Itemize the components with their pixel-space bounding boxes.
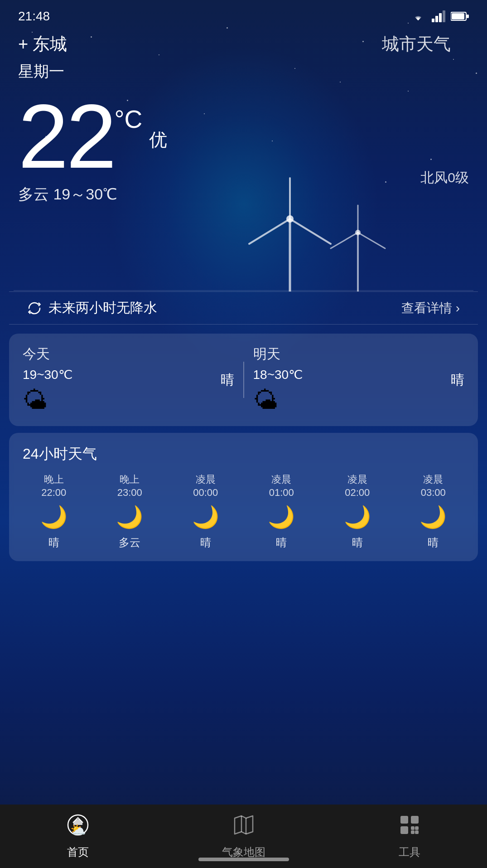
- home-icon: ⛅: [67, 814, 89, 841]
- svg-text:⛅: ⛅: [70, 822, 86, 836]
- nav-tools[interactable]: 工具: [385, 809, 434, 864]
- hourly-item-1: 晚上23:00 🌙 多云: [92, 473, 168, 550]
- hourly-icon-5: 🌙: [419, 504, 447, 530]
- status-bar: 21:48: [0, 0, 487, 28]
- nav-map-label: 气象地图: [222, 845, 265, 859]
- temperature-unit: °C: [114, 105, 142, 134]
- add-location-icon[interactable]: +: [18, 34, 28, 54]
- hourly-items: 晚上22:00 🌙 晴 晚上23:00 🌙 多云 凌晨00:00 🌙 晴 凌晨0…: [16, 473, 471, 550]
- hourly-period-5: 凌晨03:00: [421, 473, 446, 499]
- day-of-week: 星期一: [0, 56, 487, 82]
- svg-rect-1: [435, 16, 438, 22]
- hourly-icon-4: 🌙: [344, 504, 371, 530]
- tools-icon: [398, 814, 421, 841]
- svg-rect-6: [467, 15, 469, 18]
- page-title: 城市天气: [382, 33, 451, 56]
- tomorrow-temp: 18~30℃: [253, 367, 451, 382]
- svg-line-11: [249, 219, 290, 244]
- hourly-item-0: 晚上22:00 🌙 晴: [16, 473, 92, 550]
- hourly-item-2: 凌晨00:00 🌙 晴: [168, 473, 244, 550]
- hourly-icon-0: 🌙: [40, 504, 68, 530]
- hourly-period-1: 晚上23:00: [117, 473, 142, 499]
- precipitation-row: 未来两小时无降水 查看详情 ›: [9, 291, 478, 325]
- svg-rect-3: [443, 10, 445, 22]
- hourly-item-4: 凌晨02:00 🌙 晴: [319, 473, 395, 550]
- hourly-weather-5: 晴: [428, 535, 439, 550]
- tomorrow-label: 明天: [253, 345, 451, 364]
- hourly-weather-4: 晴: [352, 535, 363, 550]
- today-label: 今天: [23, 345, 221, 364]
- svg-rect-30: [415, 830, 419, 834]
- nav-home-label: 首页: [67, 845, 89, 859]
- hourly-forecast-card: 24小时天气 晚上22:00 🌙 晴 晚上23:00 🌙 多云 凌晨00:00 …: [9, 433, 478, 561]
- today-forecast: 今天 19~30℃ 🌤: [23, 345, 221, 415]
- time-display: 21:48: [18, 9, 50, 24]
- temperature-value: 22: [18, 91, 114, 182]
- svg-marker-21: [235, 816, 253, 834]
- tomorrow-forecast: 明天 18~30℃ 🌤: [253, 345, 451, 415]
- wind-turbines: [0, 174, 487, 291]
- svg-rect-28: [415, 826, 419, 830]
- hourly-title: 24小时天气: [16, 444, 471, 464]
- hourly-period-0: 晚上22:00: [41, 473, 66, 499]
- hourly-item-5: 凌晨03:00 🌙 晴: [395, 473, 472, 550]
- battery-icon: [451, 11, 469, 21]
- detail-link[interactable]: 查看详情 ›: [401, 300, 460, 317]
- location-name: 东城: [33, 33, 67, 56]
- header: + 东城 城市天气: [0, 28, 487, 56]
- svg-line-15: [358, 233, 385, 248]
- hourly-period-2: 凌晨00:00: [193, 473, 218, 499]
- refresh-icon: [27, 301, 42, 315]
- svg-rect-25: [411, 816, 419, 824]
- tomorrow-icon: 🌤: [253, 386, 451, 415]
- svg-rect-26: [400, 826, 408, 834]
- svg-rect-24: [400, 816, 408, 824]
- home-indicator: [198, 858, 289, 861]
- svg-line-10: [290, 219, 331, 244]
- svg-line-16: [331, 233, 358, 248]
- hourly-weather-3: 晴: [276, 535, 287, 550]
- tomorrow-weather: 晴: [451, 371, 464, 389]
- map-icon: [232, 814, 255, 841]
- daily-divider: [243, 362, 244, 398]
- today-temp: 19~30℃: [23, 367, 221, 382]
- hourly-period-4: 凌晨02:00: [345, 473, 370, 499]
- nav-map[interactable]: 气象地图: [208, 809, 279, 864]
- wifi-icon: [410, 10, 426, 22]
- svg-rect-0: [432, 19, 434, 22]
- hourly-item-3: 凌晨01:00 🌙 晴: [244, 473, 320, 550]
- air-quality: 优: [149, 127, 167, 152]
- hourly-period-3: 凌晨01:00: [269, 473, 294, 499]
- status-icons: [410, 10, 469, 22]
- signal-icon: [432, 10, 445, 22]
- precipitation-text: 未来两小时无降水: [48, 299, 157, 317]
- hourly-icon-2: 🌙: [192, 504, 219, 530]
- nav-tools-label: 工具: [399, 845, 420, 859]
- hourly-icon-1: 🌙: [116, 504, 143, 530]
- today-weather: 晴: [221, 371, 234, 389]
- svg-rect-29: [411, 830, 415, 834]
- hourly-icon-3: 🌙: [268, 504, 295, 530]
- today-icon: 🌤: [23, 386, 221, 415]
- svg-rect-27: [411, 826, 415, 830]
- hourly-weather-1: 多云: [119, 535, 140, 550]
- hourly-weather-2: 晴: [200, 535, 211, 550]
- hourly-weather-0: 晴: [48, 535, 59, 550]
- daily-forecast-card: 今天 19~30℃ 🌤 晴 明天 18~30℃ 🌤 晴: [9, 334, 478, 426]
- svg-rect-5: [452, 13, 464, 19]
- svg-rect-2: [439, 13, 442, 22]
- nav-home[interactable]: ⛅ 首页: [53, 809, 103, 864]
